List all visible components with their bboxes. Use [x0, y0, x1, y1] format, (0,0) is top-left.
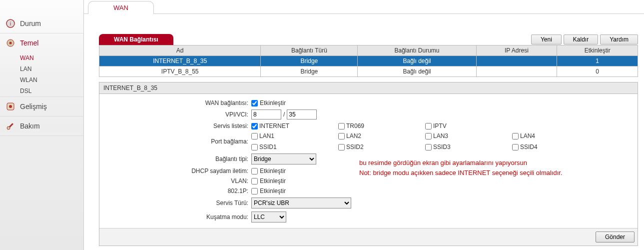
label-port-bind: Port bağlama:: [101, 138, 251, 145]
main: WAN WAN Bağlantısı Yeni Kaldır Yardım Ad…: [84, 0, 644, 250]
svg-point-6: [7, 126, 10, 130]
nav-advanced[interactable]: Gelişmiş: [0, 97, 83, 116]
col-type: Bağlantı Türü: [261, 46, 358, 56]
label-service-type: Servis Türü:: [101, 200, 251, 206]
p8021-checkbox[interactable]: [251, 188, 258, 194]
form-panel: INTERNET_B_8_35 WAN bağlantısı: Etkinleş…: [99, 82, 638, 246]
service-internet-checkbox[interactable]: [251, 123, 258, 130]
label-dhcp: DHCP saydam iletim:: [101, 168, 251, 174]
tab-wan[interactable]: WAN: [88, 1, 154, 14]
nav-maintenance-label: Bakım: [20, 122, 40, 130]
label-vlan: VLAN:: [101, 178, 251, 184]
remove-button[interactable]: Kaldır: [564, 34, 598, 44]
label-service-list: Servis listesi:: [101, 122, 251, 130]
col-enable: Etkinleştir: [557, 46, 638, 56]
submit-button[interactable]: Gönder: [596, 232, 635, 242]
port-lan1-checkbox[interactable]: [251, 133, 258, 140]
port-ssid4-checkbox[interactable]: [512, 144, 519, 150]
service-type-select[interactable]: PCR'siz UBR: [251, 198, 351, 208]
nav-advanced-label: Gelişmiş: [20, 102, 47, 110]
annotation-note: bu resimde gördüğün ekran gibi ayarlamal…: [359, 158, 563, 178]
gear-icon: [5, 38, 16, 48]
section-title: WAN Bağlantısı: [99, 34, 173, 45]
col-name: Ad: [99, 46, 261, 56]
nav-basic-label: Temel: [20, 39, 38, 47]
port-lan2-checkbox[interactable]: [338, 133, 345, 140]
table-row[interactable]: IPTV_B_8_55 Bridge Bağlı değil 0: [99, 66, 638, 77]
label-8021p: 802.1P:: [101, 188, 251, 194]
label-conn-type: Bağlantı tipi:: [101, 156, 251, 162]
service-iptv-checkbox[interactable]: [425, 123, 432, 130]
nav-maintenance[interactable]: Bakım: [0, 116, 83, 136]
svg-point-3: [9, 42, 12, 44]
conn-type-select[interactable]: Bridge: [251, 154, 316, 164]
nav-sub-wlan[interactable]: WLAN: [0, 74, 83, 86]
vpi-vci-sep: /: [283, 111, 285, 118]
label-wan-conn: WAN bağlantısı:: [101, 100, 251, 106]
table-row[interactable]: INTERNET_B_8_35 Bridge Bağlı değil 1: [99, 56, 638, 66]
help-button[interactable]: Yardım: [600, 34, 638, 44]
vpi-input[interactable]: [251, 110, 281, 120]
dhcp-checkbox[interactable]: [251, 168, 258, 174]
advanced-icon: [5, 101, 16, 112]
svg-text:i: i: [10, 20, 11, 26]
label-vpi-vci: VPI/VCI:: [101, 111, 251, 118]
tab-strip: WAN: [84, 0, 644, 14]
sidebar: i Durum Temel WAN LAN WLAN DSL Gelişm: [0, 0, 84, 250]
nav-basic[interactable]: Temel: [0, 34, 83, 52]
port-lan4-checkbox[interactable]: [512, 133, 519, 140]
wan-enable-text: Etkinleştir: [260, 100, 286, 106]
nav-sub-lan[interactable]: LAN: [0, 64, 83, 74]
col-ip: IP Adresi: [476, 46, 557, 56]
svg-point-5: [9, 105, 12, 108]
col-status: Bağlantı Durumu: [358, 46, 476, 56]
panel-title: INTERNET_B_8_35: [99, 82, 638, 94]
wan-enable-checkbox[interactable]: [251, 100, 258, 106]
service-tr069-checkbox[interactable]: [338, 123, 345, 130]
vlan-checkbox[interactable]: [251, 178, 258, 184]
status-icon: i: [5, 18, 16, 29]
nav-status-label: Durum: [20, 20, 41, 28]
nav-status[interactable]: i Durum: [0, 14, 83, 33]
vci-input[interactable]: [287, 110, 317, 120]
connections-table: Ad Bağlantı Türü Bağlantı Durumu IP Adre…: [99, 45, 638, 77]
port-lan3-checkbox[interactable]: [425, 133, 432, 140]
port-ssid1-checkbox[interactable]: [251, 144, 258, 150]
label-encap: Kuşatma modu:: [101, 214, 251, 220]
port-ssid2-checkbox[interactable]: [338, 144, 345, 150]
new-button[interactable]: Yeni: [531, 34, 562, 44]
port-ssid3-checkbox[interactable]: [425, 144, 432, 150]
maintenance-icon: [5, 120, 16, 132]
nav-sub-dsl[interactable]: DSL: [0, 86, 83, 96]
encap-select[interactable]: LLC: [251, 212, 286, 222]
nav-sub-wan[interactable]: WAN: [0, 52, 83, 64]
